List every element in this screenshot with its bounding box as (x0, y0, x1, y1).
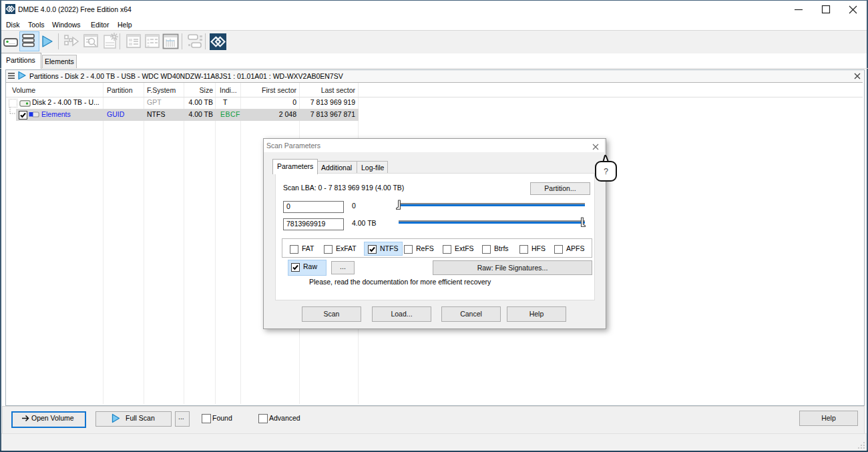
svg-text:?: ? (604, 167, 608, 176)
